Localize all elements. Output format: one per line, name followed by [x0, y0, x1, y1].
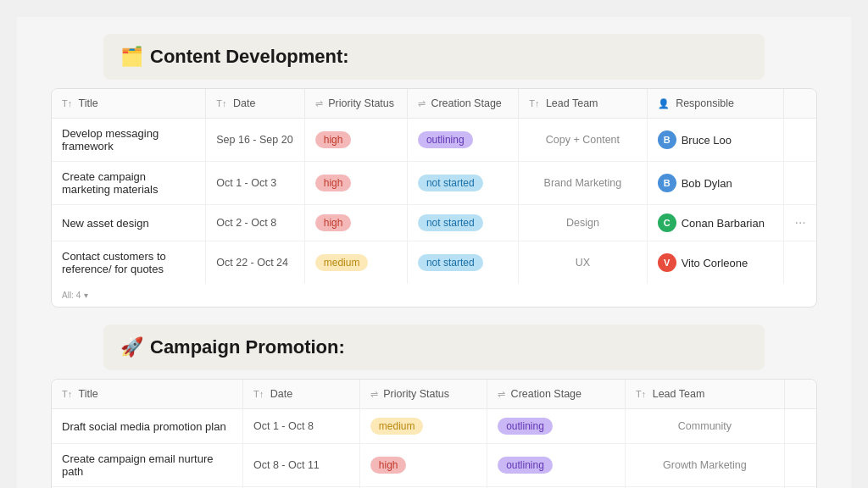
section2-icon: 🚀: [120, 336, 143, 358]
cell-creation: not started: [407, 241, 518, 285]
cell-title: Draft social media promotion plan: [52, 409, 243, 444]
cell-title: Develop messaging framework: [52, 119, 206, 162]
section2-title: Campaign Promotion:: [150, 336, 345, 358]
th-icon-priority-2: ⇌: [370, 389, 378, 400]
table1-footer-arrow: ▾: [84, 291, 88, 300]
cell-title: New asset design: [52, 205, 206, 241]
priority-badge: high: [315, 214, 352, 231]
section1-block: 🗂️ Content Development: T↑ Title T↑ Date: [51, 34, 817, 308]
responsible-name: Conan Barbarian: [682, 217, 765, 230]
avatar: V: [658, 253, 676, 272]
th-icon-priority-1: ⇌: [315, 98, 323, 109]
creation-badge: not started: [418, 175, 483, 191]
priority-badge: high: [315, 131, 352, 148]
priority-badge: medium: [315, 254, 369, 271]
table2-wrapper: T↑ Title T↑ Date ⇌ Priority Status ⇌ Cre…: [51, 379, 817, 488]
section1-icon: 🗂️: [120, 46, 143, 68]
cell-extra: [784, 241, 816, 285]
cell-lead: Design: [519, 205, 647, 241]
table2: T↑ Title T↑ Date ⇌ Priority Status ⇌ Cre…: [52, 380, 816, 488]
table2-header-row: T↑ Title T↑ Date ⇌ Priority Status ⇌ Cre…: [52, 380, 816, 409]
responsible-name: Vito Corleone: [682, 257, 748, 269]
table1-footer[interactable]: All: 4 ▾: [52, 284, 816, 307]
table1-container: T↑ Title T↑ Date ⇌ Priority Status ⇌ Cre…: [51, 88, 817, 308]
th-lead-1: T↑ Lead Team: [519, 89, 647, 119]
th-icon-creation-1: ⇌: [418, 98, 426, 109]
th-date-1: T↑ Date: [206, 89, 304, 119]
section2-header: 🚀 Campaign Promotion:: [103, 324, 765, 370]
page-wrapper: 🗂️ Content Development: T↑ Title T↑ Date: [17, 17, 851, 488]
cell-priority: medium: [304, 241, 407, 285]
table1-wrapper: T↑ Title T↑ Date ⇌ Priority Status ⇌ Cre…: [51, 88, 817, 308]
creation-badge: outlining: [498, 418, 553, 435]
th-creation-2: ⇌ Creation Stage: [487, 380, 626, 409]
cell-title: Contact customers to reference/ for quot…: [52, 241, 206, 285]
cell-priority: high: [304, 162, 407, 205]
table1-header-row: T↑ Title T↑ Date ⇌ Priority Status ⇌ Cre…: [52, 89, 816, 119]
table-row: Develop messaging framework Sep 16 - Sep…: [52, 119, 816, 162]
table2-container: T↑ Title T↑ Date ⇌ Priority Status ⇌ Cre…: [51, 379, 817, 488]
responsible-name: Bruce Loo: [682, 134, 732, 147]
avatar: B: [658, 130, 676, 149]
cell-responsible: C Conan Barbarian: [647, 205, 784, 241]
cell-title: Create campaign email nurture path: [52, 444, 243, 487]
cell-priority: high: [359, 444, 487, 487]
priority-badge: medium: [370, 418, 424, 435]
th-priority-1: ⇌ Priority Status: [304, 89, 407, 119]
th-date-2: T↑ Date: [243, 380, 360, 409]
cell-responsible: B Bruce Loo: [647, 119, 784, 162]
priority-badge: high: [370, 457, 407, 474]
th-responsible-1: 👤 Responsible: [647, 89, 784, 119]
cell-creation: not started: [407, 162, 518, 205]
cell-date: Oct 1 - Oct 3: [206, 162, 304, 205]
avatar: C: [658, 214, 676, 232]
th-title-2: T↑ Title: [52, 380, 243, 409]
cell-lead: UX: [519, 241, 647, 285]
table1-body: Develop messaging framework Sep 16 - Sep…: [52, 119, 816, 285]
cell-creation: outlining: [487, 444, 626, 487]
th-lead-2: T↑ Lead Team: [625, 380, 784, 409]
avatar: B: [658, 174, 676, 192]
cell-date: Sep 16 - Sep 20: [206, 119, 304, 162]
th-icon-responsible-1: 👤: [658, 98, 670, 109]
th-icon-title-2: T↑: [62, 389, 72, 399]
cell-creation: not started: [407, 205, 518, 241]
table-row: New asset design Oct 2 - Oct 8 high not …: [52, 205, 816, 241]
cell-date: Oct 1 - Oct 8: [243, 409, 360, 444]
th-icon-date-1: T↑: [216, 98, 226, 108]
cell-priority: medium: [359, 409, 487, 444]
cell-title: Create campaign marketing materials: [52, 162, 206, 205]
creation-badge: not started: [418, 214, 483, 231]
cell-responsible: B Bob Dylan: [647, 162, 784, 205]
table-row: Create campaign email nurture path Oct 8…: [52, 444, 816, 487]
th-icon-lead-2: T↑: [636, 389, 646, 399]
creation-badge: outlining: [498, 457, 553, 474]
section2-block: 🚀 Campaign Promotion: T↑ Title T↑ Date: [51, 324, 817, 488]
th-icon-title-1: T↑: [62, 98, 72, 108]
cell-date: Oct 8 - Oct 11: [243, 444, 360, 487]
cell-responsible: V Vito Corleone: [647, 241, 784, 285]
th-title-1: T↑ Title: [52, 89, 206, 119]
cell-priority: high: [304, 119, 407, 162]
table1: T↑ Title T↑ Date ⇌ Priority Status ⇌ Cre…: [52, 89, 816, 284]
priority-badge: high: [315, 175, 352, 191]
cell-creation: outlining: [487, 409, 626, 444]
creation-badge: outlining: [418, 131, 473, 148]
th-extra-1: [784, 89, 816, 119]
cell-lead: Copy + Content: [519, 119, 647, 162]
cell-date: Oct 22 - Oct 24: [206, 241, 304, 285]
cell-lead: Brand Marketing: [519, 162, 647, 205]
table2-body: Draft social media promotion plan Oct 1 …: [52, 409, 816, 489]
responsible-name: Bob Dylan: [682, 177, 732, 190]
th-creation-1: ⇌ Creation Stage: [407, 89, 518, 119]
cell-lead: Growth Marketing: [625, 444, 784, 487]
cell-extra: [784, 119, 816, 162]
table-row: Create campaign marketing materials Oct …: [52, 162, 816, 205]
th-icon-lead-1: T↑: [529, 98, 539, 108]
cell-extra: [784, 162, 816, 205]
cell-extra: [784, 409, 816, 444]
section1-header: 🗂️ Content Development:: [103, 34, 765, 80]
table1-footer-text: All: 4: [62, 291, 81, 300]
cell-creation: outlining: [407, 119, 518, 162]
cell-extra: ···: [784, 205, 816, 241]
